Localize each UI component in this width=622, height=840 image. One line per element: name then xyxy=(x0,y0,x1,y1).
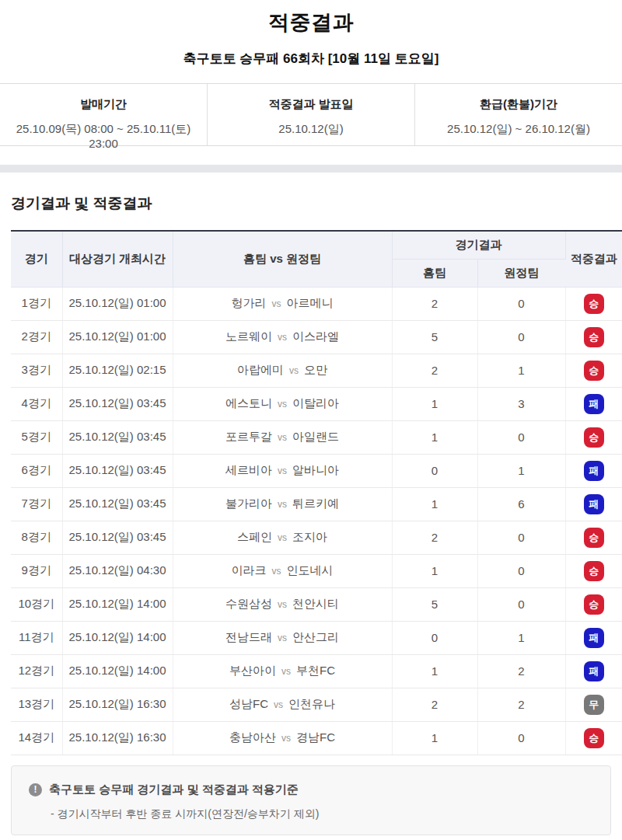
info-refund-period: 환급(환불)기간 25.10.12(일) ~ 26.10.12(월) xyxy=(414,84,622,145)
hit-result-badge: 패 xyxy=(584,661,604,681)
match-teams: 수원삼성vs천안시티 xyxy=(173,587,392,621)
vs-label: vs xyxy=(281,666,291,677)
away-score: 1 xyxy=(477,621,565,654)
hit-result-badge: 승 xyxy=(584,728,604,748)
home-team-name: 부산아이 xyxy=(229,664,276,677)
hit-result-badge: 승 xyxy=(584,427,604,448)
footer-note-box: ! 축구토토 승무패 경기결과 및 적중결과 적용기준 - 경기시작부터 후반 … xyxy=(11,765,611,835)
away-score: 2 xyxy=(477,654,565,688)
match-number: 7경기 xyxy=(11,487,62,521)
hit-result-badge: 패 xyxy=(584,394,604,414)
match-time: 25.10.12(일) 03:45 xyxy=(62,420,173,454)
home-score: 0 xyxy=(392,621,477,654)
match-time: 25.10.12(일) 16:30 xyxy=(62,688,173,721)
home-team-name: 성남FC xyxy=(229,697,268,710)
match-row: 1경기 25.10.12(일) 01:00 헝가리vs아르메니 2 0 승 xyxy=(11,287,622,320)
home-team-name: 세르비아 xyxy=(225,463,272,476)
hit-result-badge: 승 xyxy=(584,327,604,347)
match-teams: 충남아산vs경남FC xyxy=(173,721,392,755)
away-team-name: 이스라엘 xyxy=(292,329,339,343)
home-score: 1 xyxy=(392,654,477,688)
match-teams: 세르비아vs알바니아 xyxy=(173,454,392,487)
vs-label: vs xyxy=(281,733,291,744)
vs-label: vs xyxy=(278,432,287,443)
match-number: 4경기 xyxy=(11,387,62,420)
info-value: 25.10.12(일) xyxy=(208,122,414,137)
vs-label: vs xyxy=(278,399,287,410)
match-teams: 불가리아vs튀르키예 xyxy=(173,487,392,521)
match-teams: 아랍에미vs오만 xyxy=(173,354,392,387)
hit-result-badge: 승 xyxy=(584,594,604,615)
results-table-header: 경기 대상경기 개최시간 홈팀 vs 원정팀 경기결과 적중결과 홈팀 원정팀 xyxy=(11,231,622,287)
results-table: 경기 대상경기 개최시간 홈팀 vs 원정팀 경기결과 적중결과 홈팀 원정팀 … xyxy=(11,230,622,755)
away-team-name: 안산그리 xyxy=(292,630,339,643)
home-score: 1 xyxy=(392,387,477,420)
match-row: 6경기 25.10.12(일) 03:45 세르비아vs알바니아 0 1 패 xyxy=(11,454,622,487)
footer-title-row: ! 축구토토 승무패 경기결과 및 적중결과 적용기준 xyxy=(29,782,595,797)
home-team-name: 전남드래 xyxy=(225,630,272,643)
match-row: 13경기 25.10.12(일) 16:30 성남FCvs인천유나 2 2 무 xyxy=(11,688,622,721)
match-number: 9경기 xyxy=(11,554,62,587)
away-team-name: 튀르키예 xyxy=(292,497,339,510)
away-score: 1 xyxy=(477,354,565,387)
match-row: 9경기 25.10.12(일) 04:30 이라크vs인도네시 1 0 승 xyxy=(11,554,622,587)
away-score: 0 xyxy=(477,521,565,554)
vs-label: vs xyxy=(274,699,283,710)
match-time: 25.10.12(일) 14:00 xyxy=(62,621,173,654)
away-score: 0 xyxy=(477,420,565,454)
match-row: 12경기 25.10.12(일) 14:00 부산아이vs부천FC 1 2 패 xyxy=(11,654,622,688)
col-header-teams: 홈팀 vs 원정팀 xyxy=(173,231,392,287)
info-sale-period: 발매기간 25.10.09(목) 08:00 ~ 25.10.11(토) 23:… xyxy=(0,84,207,145)
match-number: 10경기 xyxy=(11,587,62,621)
info-label: 적중결과 발표일 xyxy=(208,97,414,112)
footer-note-detail: - 경기시작부터 후반 종료 시까지(연장전/승부차기 제외) xyxy=(51,807,595,821)
vs-label: vs xyxy=(278,532,287,543)
home-score: 5 xyxy=(392,587,477,621)
away-team-name: 인천유나 xyxy=(288,697,335,710)
home-score: 0 xyxy=(392,454,477,487)
match-number: 8경기 xyxy=(11,521,62,554)
section-divider-band xyxy=(0,165,622,173)
hit-result-badge: 패 xyxy=(584,461,604,481)
match-row: 11경기 25.10.12(일) 14:00 전남드래vs안산그리 0 1 패 xyxy=(11,621,622,654)
match-number: 14경기 xyxy=(11,721,62,755)
page-title: 적중결과 xyxy=(0,9,622,37)
hit-result-cell: 승 xyxy=(565,354,622,387)
match-time: 25.10.12(일) 16:30 xyxy=(62,721,173,755)
away-score: 3 xyxy=(477,387,565,420)
vs-label: vs xyxy=(272,566,281,577)
hit-result-cell: 패 xyxy=(565,387,622,420)
away-team-name: 오만 xyxy=(304,363,327,376)
vs-label: vs xyxy=(278,499,287,510)
home-score: 2 xyxy=(392,521,477,554)
home-score: 1 xyxy=(392,487,477,521)
page-header: 적중결과 축구토토 승무패 66회차 [10월 11일 토요일] xyxy=(0,0,622,68)
home-team-name: 헝가리 xyxy=(232,296,267,309)
match-time: 25.10.12(일) 03:45 xyxy=(62,387,173,420)
match-teams: 노르웨이vs이스라엘 xyxy=(173,320,392,354)
footer-note-title: 축구토토 승무패 경기결과 및 적중결과 적용기준 xyxy=(49,782,299,797)
hit-result-cell: 무 xyxy=(565,688,622,721)
away-team-name: 천안시티 xyxy=(292,597,339,610)
away-team-name: 알바니아 xyxy=(292,463,339,476)
col-header-time: 대상경기 개최시간 xyxy=(62,231,173,287)
vs-label: vs xyxy=(289,365,299,376)
away-score: 0 xyxy=(477,320,565,354)
match-teams: 포르투갈vs아일랜드 xyxy=(173,420,392,454)
home-team-name: 불가리아 xyxy=(225,497,272,510)
match-number: 1경기 xyxy=(11,287,62,320)
match-teams: 이라크vs인도네시 xyxy=(173,554,392,587)
hit-result-cell: 승 xyxy=(565,287,622,320)
hit-result-cell: 패 xyxy=(565,487,622,521)
match-number: 13경기 xyxy=(11,688,62,721)
vs-label: vs xyxy=(272,298,281,309)
home-score: 1 xyxy=(392,721,477,755)
match-row: 8경기 25.10.12(일) 03:45 스페인vs조지아 2 0 승 xyxy=(11,521,622,554)
away-score: 2 xyxy=(477,688,565,721)
match-row: 3경기 25.10.12(일) 02:15 아랍에미vs오만 2 1 승 xyxy=(11,354,622,387)
match-teams: 전남드래vs안산그리 xyxy=(173,621,392,654)
vs-label: vs xyxy=(278,633,287,643)
away-team-name: 아르메니 xyxy=(287,296,334,309)
hit-result-cell: 승 xyxy=(565,521,622,554)
info-label: 발매기간 xyxy=(0,97,207,112)
